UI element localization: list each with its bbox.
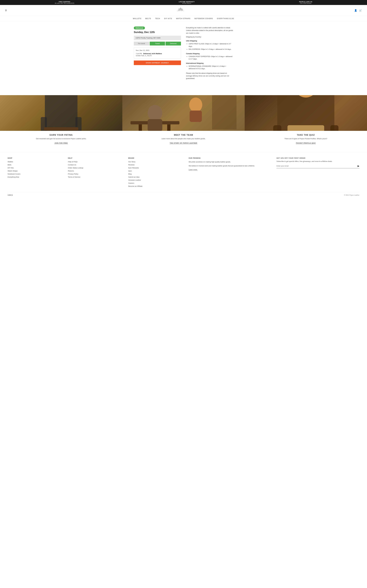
footer-link-notebook-covers[interactable]: Notebook Covers	[8, 173, 63, 175]
banner-shipping-subtitle: All orders over 75$ (Canada $125)	[55, 3, 74, 4]
footer-link-order-status[interactable]: Order Status Lookup	[68, 167, 83, 169]
currency-selector[interactable]: USD $	[8, 194, 12, 196]
feature-team-link[interactable]: THE STORY OF POPOV LEATHER	[170, 142, 197, 144]
cart-icon[interactable]: 🛒	[359, 9, 362, 12]
svg-text:POPOV: POPOV	[179, 8, 183, 9]
shipping-international-item-1: INTERNATIONAL STANDARD: Ships in 1-3 day…	[189, 65, 233, 70]
footer-link-help-faqs[interactable]: Help & FAQs	[68, 161, 77, 163]
footer-link-affiliate[interactable]: Become an Affiliate	[128, 185, 142, 187]
delivery-date-line: Sun, Dec 12, 2021	[136, 49, 179, 51]
footer-link-blog[interactable]: Blog	[128, 173, 132, 175]
feature-img-quiz	[245, 95, 367, 131]
banner-shipping: FREE SHIPPING All orders over 75$ (Canad…	[55, 1, 74, 4]
footer-link-earn-rewards[interactable]: Earn Rewards	[128, 167, 139, 169]
progress-bar: Pre transit Transit Delivered	[134, 42, 181, 45]
footer-link-diy-kits-a[interactable]: DIY Kits	[8, 167, 14, 169]
delivery-date: Sunday, Dec 12th	[134, 31, 181, 34]
step-delivered: Delivered	[166, 42, 181, 45]
feature-patina-title: EARN YOUR PATINA	[36, 134, 86, 136]
feature-team-title: MEET THE TEAM	[162, 134, 206, 136]
shipping-by-label: Shipping by Country:	[186, 36, 233, 38]
banner-reviews-title: PEOPLE LOVE US	[299, 1, 312, 3]
footer-bottom: USD $ © 2021 Popov Leather	[8, 192, 359, 196]
shipping-usa-item-1: USPS FIRST CLASS: Ships in 1-3 days + de…	[189, 42, 233, 48]
footer-promise: OUR PROMISE We pride ourselves on making…	[189, 157, 271, 188]
footer-shop: SHOP Wallets Belts DIY Kits Watch Straps…	[8, 157, 63, 188]
footer-newsletter: GET 10% OFF YOUR FIRST ORDER Subscribe t…	[276, 157, 359, 188]
feature-quiz-link[interactable]: POCKET PROFILE QUIZ	[296, 142, 316, 144]
footer-brand: BRAND Our Story Reviews Earn Rewards Qui…	[128, 157, 184, 188]
footer-link-quiz[interactable]: Quiz	[128, 170, 132, 172]
shipping-canada-list: CANADA POST EXPEDITED: Ships in 1-3 days…	[186, 55, 233, 60]
banner-warranty: LIFETIME WARRANTY 90 Day Returns	[179, 1, 195, 4]
footer-link-everything-else[interactable]: Everything Else	[8, 176, 63, 178]
svg-text:HANDMADE SINCE 2013: HANDMADE SINCE 2013	[177, 11, 184, 11]
email-submit-button[interactable]: ▶	[358, 164, 359, 167]
footer-link-belts[interactable]: Belts	[8, 164, 63, 166]
footer-link-contact-us[interactable]: Contact Us	[68, 164, 76, 166]
copyright: © 2021 Popov Leather	[344, 194, 359, 196]
svg-rect-5	[45, 95, 77, 131]
footer-link-submit-idea[interactable]: Submit an Idea	[128, 176, 139, 178]
svg-rect-30	[273, 125, 281, 131]
search-icon[interactable]: ⚲	[5, 9, 7, 12]
nav-everything-else[interactable]: EVERYTHING ELSE	[217, 18, 234, 19]
footer-promise-text2: We believe in honest work and making lea…	[189, 164, 271, 167]
svg-rect-31	[330, 125, 338, 131]
footer-link-diy-kits[interactable]: DIY Kits	[8, 167, 63, 169]
site-footer: SHOP Wallets Belts DIY Kits Watch Straps…	[0, 152, 367, 199]
nav-tech[interactable]: TECH	[155, 18, 160, 19]
svg-point-20	[148, 105, 162, 121]
nav-belts[interactable]: BELTS	[145, 18, 151, 19]
shipping-note: Please note that the above shipping time…	[186, 72, 233, 80]
newsletter-desc: Subscribe to get special offers, free gi…	[276, 160, 359, 163]
footer-link-everything-else-a[interactable]: Everything Else	[8, 176, 19, 178]
feature-patina-desc: Get rewarded and gain full access to exc…	[36, 138, 86, 140]
footer-link-belts-a[interactable]: Belts	[8, 164, 11, 166]
tracking-section: Delivered Sunday, Dec 12th USPS Priority…	[134, 26, 181, 80]
footer-link-watch-straps[interactable]: Watch Straps	[8, 170, 63, 172]
site-header: ⚲ POPOV LEATHER HANDMADE SINCE 2013 👤 🛒	[0, 5, 367, 16]
footer-link-horween[interactable]: Horween Leather	[128, 179, 141, 181]
footer-link-terms[interactable]: Terms of Service	[68, 176, 80, 178]
footer-link-our-story[interactable]: Our Story	[128, 161, 135, 163]
top-banner: FREE SHIPPING All orders over 75$ (Canad…	[0, 0, 367, 5]
step-transit: Transit	[150, 42, 165, 45]
shipping-usa: USA Shipping USPS FIRST CLASS: Ships in …	[186, 40, 233, 50]
delivery-time-value: 7:14 PM	[136, 53, 142, 55]
delivery-event: Delivered, In/At Mailbox	[143, 53, 162, 55]
shipping-international-list: INTERNATIONAL STANDARD: Ships in 1-3 day…	[186, 65, 233, 70]
footer-link-privacy[interactable]: Privacy Policy	[68, 173, 78, 175]
feature-patina-link[interactable]: JOIN FOR FREE	[55, 142, 68, 144]
nav-watch-straps[interactable]: WATCH STRAPS	[176, 18, 190, 19]
svg-rect-23	[190, 111, 202, 122]
footer-link-wallets-a[interactable]: Wallets	[8, 161, 13, 163]
shipping-canada-title: Canada Shipping	[186, 53, 233, 55]
svg-rect-33	[287, 125, 324, 131]
footer-link-watch-straps-a[interactable]: Watch Straps	[8, 170, 17, 172]
footer-link-wallets[interactable]: Wallets	[8, 161, 63, 163]
footer-link-reviews[interactable]: Reviews	[128, 164, 134, 166]
delivery-detail-box: Sun, Dec 12, 2021 7:14 PM Delivered, In/…	[134, 48, 181, 58]
site-logo[interactable]: POPOV LEATHER HANDMADE SINCE 2013	[177, 7, 184, 14]
footer-brand-links: Our Story Reviews Earn Rewards Quiz Blog…	[128, 161, 184, 187]
nav-wallets[interactable]: WALLETS	[133, 18, 141, 19]
show-journey-button[interactable]: SHOW SHIPMENT JOURNEY	[134, 60, 181, 65]
feature-quiz-content: TAKE THE QUIZ There are 6 types of Popov…	[282, 131, 330, 147]
logo-image: POPOV LEATHER HANDMADE SINCE 2013	[177, 7, 184, 13]
footer-link-careers[interactable]: Careers	[128, 182, 134, 184]
nav-diy-kits[interactable]: DIY KITS	[164, 18, 172, 19]
footer-link-returns[interactable]: Returns	[68, 170, 74, 172]
email-input[interactable]	[276, 165, 358, 167]
footer-promise-link[interactable]: Learn more.	[189, 169, 198, 171]
svg-rect-21	[148, 119, 162, 131]
account-icon[interactable]: 👤	[354, 9, 357, 12]
feature-quiz-desc: There are 6 types of Popov Pocket Profil…	[284, 138, 327, 140]
nav-notebook-covers[interactable]: NOTEBOOK COVERS	[194, 18, 213, 19]
tracking-number: USPS Priority Tracking: 867-5309	[134, 36, 181, 40]
footer-link-notebook-covers-a[interactable]: Notebook Covers	[8, 173, 20, 175]
shipping-canada: Canada Shipping CANADA POST EXPEDITED: S…	[186, 53, 233, 60]
footer-top: SHOP Wallets Belts DIY Kits Watch Straps…	[8, 157, 359, 188]
svg-point-22	[189, 98, 202, 112]
svg-rect-19	[167, 124, 170, 131]
